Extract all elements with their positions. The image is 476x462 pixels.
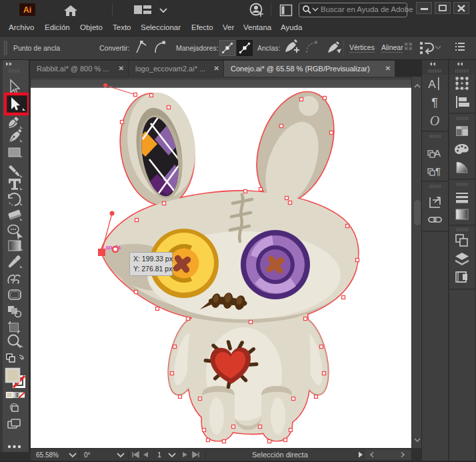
svg-text:Alinear: Alinear [381, 43, 403, 51]
svg-text:Convertir:: Convertir: [99, 44, 130, 52]
svg-text:X: 199.33 px: X: 199.33 px [133, 255, 173, 263]
svg-text:Y: 276.81 px: Y: 276.81 px [133, 265, 173, 273]
svg-text:Selección directa: Selección directa [252, 451, 309, 459]
svg-text:Manejadores:: Manejadores: [176, 44, 219, 52]
svg-text:1: 1 [157, 451, 161, 459]
svg-text:0°: 0° [84, 451, 91, 459]
svg-text:Anclas:: Anclas: [257, 44, 280, 52]
svg-text:O: O [430, 113, 439, 128]
svg-text:Ai: Ai [23, 5, 31, 15]
svg-text:A: A [428, 78, 436, 91]
svg-text:Vértices: Vértices [349, 43, 375, 51]
svg-text:65.58%: 65.58% [36, 451, 59, 459]
svg-text:Buscar en Ayuda de Adobe: Buscar en Ayuda de Adobe [321, 5, 413, 13]
svg-text:¶: ¶ [431, 96, 438, 109]
svg-text:Punto de ancla: Punto de ancla [13, 44, 60, 52]
svg-text:¶: ¶ [435, 165, 441, 177]
